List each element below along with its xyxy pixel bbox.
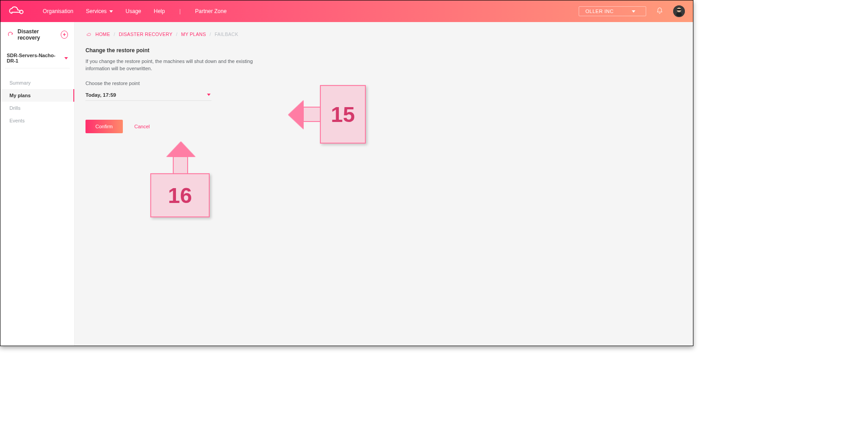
nav-separator: |: [179, 8, 180, 14]
svg-rect-4: [677, 9, 681, 10]
crumb-failback: FAILBACK: [215, 32, 238, 37]
arrow-up-icon: [166, 142, 195, 157]
crumb-home[interactable]: HOME: [95, 32, 110, 37]
org-selector[interactable]: OLLER INC: [579, 6, 646, 16]
server-selector[interactable]: SDR-Servers-Nacho-DR-1: [5, 48, 70, 68]
cloud-logo-icon: [9, 6, 25, 17]
sidebar-nav: Summary My plans Drills Events: [0, 77, 74, 127]
nav-services[interactable]: Services: [86, 8, 113, 14]
sidebar-item-events[interactable]: Events: [0, 114, 74, 127]
breadcrumb-separator: /: [210, 32, 211, 37]
disaster-recovery-icon: [7, 31, 14, 39]
crumb-disaster-recovery[interactable]: DISASTER RECOVERY: [119, 32, 172, 37]
annotation-callout-16: 16: [150, 173, 210, 217]
home-icon: [85, 31, 92, 37]
sidebar-item-summary[interactable]: Summary: [0, 77, 74, 89]
topbar-right: OLLER INC: [579, 5, 685, 17]
arrow-left-icon: [288, 100, 304, 129]
main-content: HOME / DISASTER RECOVERY / MY PLANS / FA…: [75, 22, 693, 346]
breadcrumb: HOME / DISASTER RECOVERY / MY PLANS / FA…: [85, 31, 682, 37]
restore-point-label: Choose the restore point: [85, 81, 682, 86]
breadcrumb-separator: /: [114, 32, 115, 37]
brand-logo[interactable]: [9, 6, 25, 17]
top-bar: Organisation Services Usage Help | Partn…: [0, 0, 693, 22]
body-area: Disaster recovery + SDR-Servers-Nacho-DR…: [0, 22, 693, 346]
notifications-icon[interactable]: [656, 7, 663, 16]
arrow-stem: [173, 156, 188, 174]
action-row: Confirm Cancel: [85, 120, 682, 133]
annotation-number: 16: [168, 183, 192, 208]
nav-organisation[interactable]: Organisation: [43, 8, 73, 14]
app-frame: Organisation Services Usage Help | Partn…: [0, 0, 693, 346]
server-selector-label: SDR-Servers-Nacho-DR-1: [7, 53, 61, 63]
chevron-down-icon: [207, 94, 211, 96]
restore-point-select[interactable]: Today, 17:59: [85, 90, 211, 101]
panel-description: If you change the restore point, the mac…: [85, 58, 256, 72]
sidebar-title: Disaster recovery: [18, 28, 57, 41]
confirm-button[interactable]: Confirm: [85, 120, 123, 133]
top-nav: Organisation Services Usage Help | Partn…: [43, 8, 227, 14]
annotation-number: 15: [331, 102, 355, 127]
add-plan-button[interactable]: +: [61, 31, 68, 39]
nav-services-label: Services: [86, 8, 107, 14]
chevron-down-icon: [64, 57, 68, 59]
sidebar-item-my-plans[interactable]: My plans: [0, 89, 74, 102]
chevron-down-icon: [632, 10, 635, 13]
sidebar-item-drills[interactable]: Drills: [0, 102, 74, 114]
user-avatar[interactable]: [673, 5, 685, 17]
org-selector-label: OLLER INC: [585, 9, 614, 14]
crumb-my-plans[interactable]: MY PLANS: [181, 32, 206, 37]
chevron-down-icon: [109, 10, 113, 13]
cancel-button[interactable]: Cancel: [135, 124, 150, 129]
nav-usage[interactable]: Usage: [126, 8, 141, 14]
restore-point-value: Today, 17:59: [85, 92, 116, 98]
plus-icon: +: [63, 32, 66, 37]
breadcrumb-separator: /: [176, 32, 177, 37]
svg-rect-3: [676, 13, 682, 16]
annotation-callout-15: 15: [320, 85, 366, 144]
sidebar: Disaster recovery + SDR-Servers-Nacho-DR…: [0, 22, 75, 346]
nav-help[interactable]: Help: [154, 8, 165, 14]
panel-title: Change the restore point: [85, 47, 682, 54]
arrow-stem: [303, 107, 321, 122]
sidebar-header: Disaster recovery +: [0, 22, 74, 45]
nav-partner-zone[interactable]: Partner Zone: [195, 8, 227, 14]
